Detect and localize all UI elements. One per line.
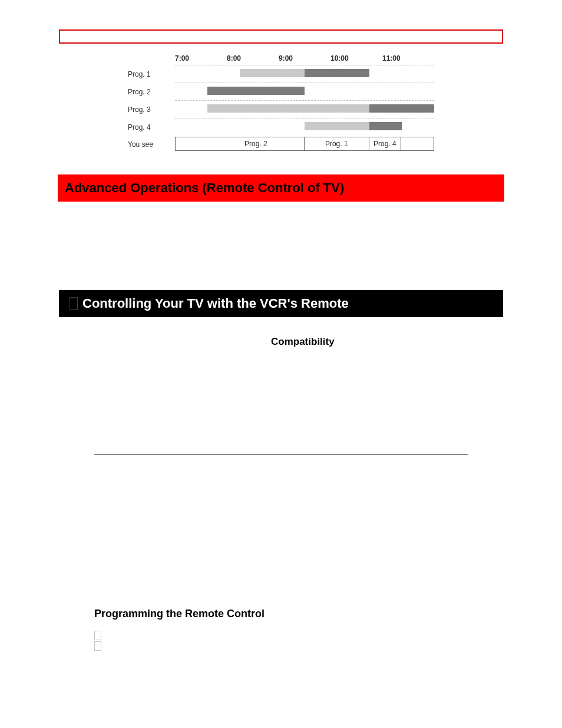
- section-heading-red: Advanced Operations (Remote Control of T…: [58, 174, 504, 202]
- schedule-track: [175, 118, 434, 136]
- you-see-cell: Prog. 1: [305, 137, 369, 150]
- bullet-icon: [94, 631, 101, 640]
- bullet-list: [94, 630, 503, 651]
- schedule-row: Prog. 3: [128, 100, 434, 118]
- divider-rule: [94, 454, 468, 454]
- schedule-row-label: Prog. 1: [128, 70, 175, 78]
- schedule-row: Prog. 2: [128, 83, 434, 100]
- bullet-item: [94, 640, 503, 651]
- compatibility-heading: Compatibility: [271, 336, 503, 348]
- section-heading-black-text: Controlling Your TV with the VCR's Remot…: [82, 296, 349, 311]
- you-see-label: You see: [128, 137, 175, 151]
- bullet-item: [94, 630, 503, 640]
- schedule-bar: [207, 87, 305, 95]
- schedule-track: [175, 100, 434, 118]
- programming-heading: Programming the Remote Control: [94, 608, 503, 620]
- bullet-marker-icon: [70, 297, 78, 310]
- schedule-bar: [369, 122, 402, 130]
- schedule-bar: [305, 69, 369, 77]
- schedule-row-label: Prog. 3: [128, 106, 175, 114]
- you-see-cell: Prog. 2: [208, 137, 305, 150]
- you-see-row: You see Prog. 2Prog. 1Prog. 4: [128, 137, 434, 151]
- you-see-track: Prog. 2Prog. 1Prog. 4: [175, 137, 434, 151]
- you-see-pad: [176, 137, 208, 150]
- schedule-bar: [369, 104, 434, 113]
- bullet-icon: [94, 641, 101, 651]
- schedule-timeline: 7:00 8:00 9:00 10:00 11:00: [128, 54, 434, 62]
- schedule-chart: 7:00 8:00 9:00 10:00 11:00 Prog. 1Prog. …: [128, 54, 434, 151]
- you-see-cell: Prog. 4: [369, 137, 402, 150]
- schedule-bar: [240, 69, 305, 77]
- schedule-track: [175, 83, 434, 101]
- time-tick: 7:00: [175, 54, 227, 62]
- document-page: 7:00 8:00 9:00 10:00 11:00 Prog. 1Prog. …: [0, 0, 562, 728]
- time-tick: 10:00: [330, 54, 382, 62]
- time-tick: 11:00: [382, 54, 434, 62]
- schedule-row-label: Prog. 2: [128, 88, 175, 96]
- schedule-bar: [207, 104, 369, 113]
- schedule-track: [175, 65, 434, 83]
- schedule-row-label: Prog. 4: [128, 123, 175, 131]
- you-see-pad: [401, 137, 434, 150]
- schedule-row: Prog. 1: [128, 65, 434, 83]
- time-tick: 9:00: [279, 54, 330, 62]
- schedule-row: Prog. 4: [128, 118, 434, 136]
- section-heading-black: Controlling Your TV with the VCR's Remot…: [59, 290, 503, 317]
- top-rule-box: [59, 29, 503, 44]
- time-tick: 8:00: [227, 54, 279, 62]
- schedule-bar: [305, 122, 369, 130]
